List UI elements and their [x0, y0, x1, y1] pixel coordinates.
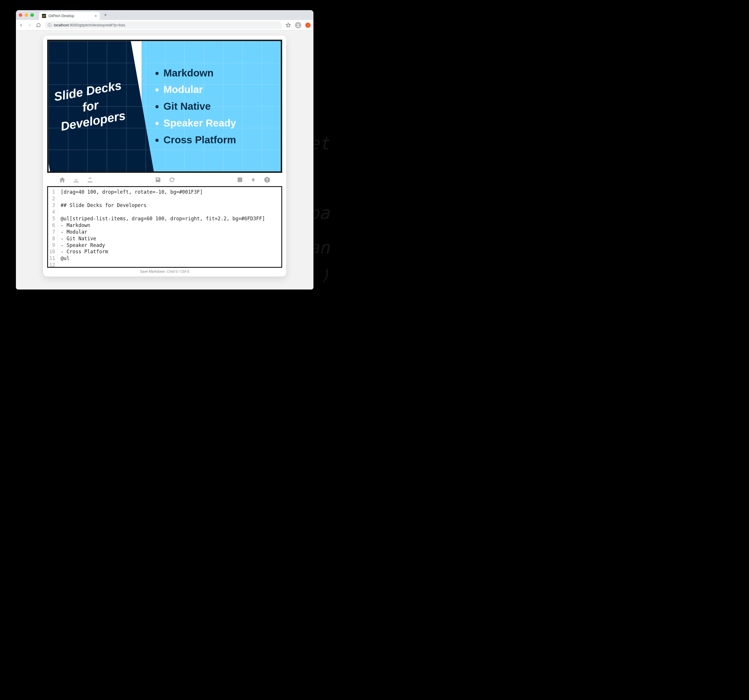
reload-button[interactable]: [36, 23, 41, 28]
tab-title: GitPitch Desktop: [48, 14, 74, 18]
download-icon[interactable]: [73, 176, 79, 183]
profile-avatar-icon[interactable]: [295, 22, 301, 28]
page-content: MarkdownModularGit NativeSpeaker ReadyCr…: [16, 31, 313, 289]
svg-text:?: ?: [266, 178, 269, 182]
back-button[interactable]: [19, 23, 24, 28]
url-port: :9000: [69, 23, 78, 27]
refresh-icon[interactable]: [168, 176, 176, 183]
url-path: /gitpitch/desktop/edit?p=lists: [78, 23, 125, 27]
line-number-gutter: 123456789101112: [48, 187, 58, 267]
url-host: localhost: [54, 23, 69, 27]
list-item: Git Native: [164, 98, 236, 115]
help-icon[interactable]: ?: [264, 176, 271, 183]
new-tab-button[interactable]: +: [102, 12, 109, 18]
home-icon[interactable]: [59, 176, 66, 183]
browser-tab[interactable]: GP GitPitch Desktop ×: [39, 12, 100, 20]
window-controls: [19, 13, 34, 17]
list-item: Speaker Ready: [164, 115, 236, 132]
slide-preview[interactable]: MarkdownModularGit NativeSpeaker ReadyCr…: [47, 40, 282, 173]
editor-toolbar: ?: [47, 173, 282, 186]
slide-right-panel: MarkdownModularGit NativeSpeaker ReadyCr…: [142, 41, 281, 172]
tab-bar: GP GitPitch Desktop × +: [16, 10, 313, 20]
code-content[interactable]: [drag=40 100, drop=left, rotate=-10, bg=…: [58, 187, 281, 267]
list-item: Cross Platform: [164, 132, 236, 148]
list-item: Modular: [164, 81, 236, 98]
image-icon[interactable]: [237, 176, 243, 183]
footer-hint: Save Markdown: Cmd-S / Ctrl-S: [47, 268, 282, 274]
markdown-editor[interactable]: 123456789101112 [drag=40 100, drop=left,…: [47, 186, 282, 268]
maximize-window-button[interactable]: [31, 13, 34, 17]
upload-icon[interactable]: [87, 176, 93, 183]
bookmark-star-icon[interactable]: [286, 23, 291, 28]
browser-window: GP GitPitch Desktop × + ⓘ localhost:9000…: [16, 10, 313, 289]
slide-heading: Slide Decks for Developers: [50, 77, 131, 135]
bolt-icon[interactable]: [250, 176, 257, 183]
favicon-icon: GP: [42, 14, 46, 18]
slide-feature-list: MarkdownModularGit NativeSpeaker ReadyCr…: [156, 64, 236, 148]
minimize-window-button[interactable]: [24, 13, 28, 17]
svg-point-0: [298, 24, 299, 25]
site-info-icon[interactable]: ⓘ: [48, 23, 52, 28]
close-window-button[interactable]: [19, 13, 22, 17]
close-tab-button[interactable]: ×: [95, 14, 97, 18]
slide-left-panel: Slide Decks for Developers: [47, 40, 154, 173]
save-icon[interactable]: [154, 176, 162, 183]
gitpitch-editor-card: MarkdownModularGit NativeSpeaker ReadyCr…: [43, 35, 286, 276]
forward-button[interactable]: [28, 23, 33, 28]
url-bar[interactable]: ⓘ localhost:9000/gitpitch/desktop/edit?p…: [45, 21, 282, 29]
address-bar: ⓘ localhost:9000/gitpitch/desktop/edit?p…: [16, 20, 313, 31]
extension-icon[interactable]: ↑: [305, 23, 310, 28]
list-item: Markdown: [164, 64, 236, 81]
